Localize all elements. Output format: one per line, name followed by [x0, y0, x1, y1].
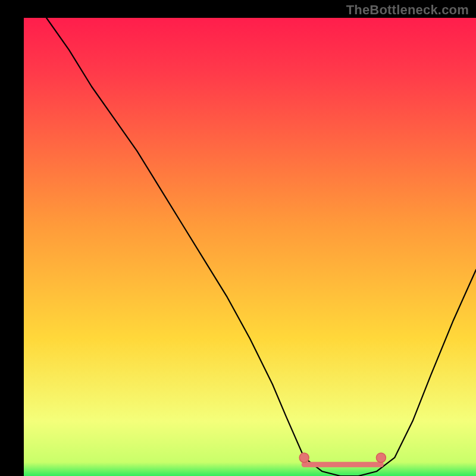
bottleneck-chart: [0, 0, 476, 476]
chart-container: TheBottleneck.com: [0, 0, 476, 476]
marker-min-end: [376, 453, 386, 462]
watermark-text: TheBottleneck.com: [346, 2, 469, 18]
marker-min-start: [299, 453, 309, 462]
